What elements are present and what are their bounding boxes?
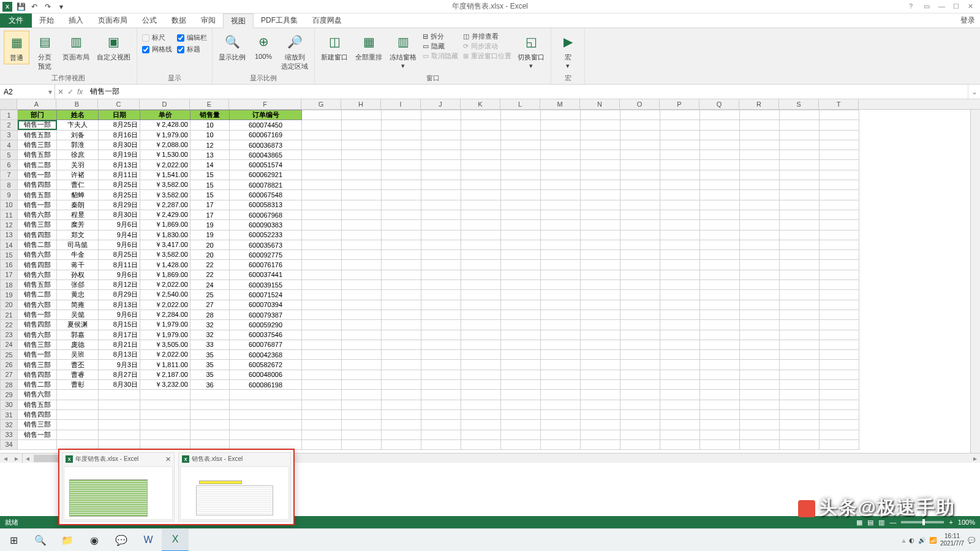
cell[interactable]: 600092775 [230,250,302,260]
col-header[interactable]: F [229,99,301,109]
sheet-nav-next-icon[interactable]: ▸ [11,454,22,463]
zoom-100-button[interactable]: ⊕100% [251,31,276,61]
unhide-button[interactable]: ▭ 取消隐藏 [423,51,458,61]
header-cell[interactable]: 日期 [99,110,140,120]
cell[interactable] [230,390,302,400]
formula-input[interactable]: 销售一部 [85,85,968,99]
cell[interactable]: 33 [190,340,230,349]
cell[interactable]: 郭淮 [57,140,99,150]
header-cell[interactable]: 单价 [140,110,190,120]
cell[interactable]: 简雍 [57,300,99,310]
enter-formula-icon[interactable]: ✓ [67,88,74,96]
cell[interactable]: 15 [190,180,230,190]
row-header[interactable]: 34 [1,439,18,449]
cell[interactable] [190,430,230,439]
row-header[interactable]: 21 [1,310,18,319]
col-header[interactable]: S [779,99,819,109]
cancel-formula-icon[interactable]: ✕ [58,88,64,96]
cell[interactable]: 600582672 [230,360,302,370]
cell[interactable]: 销售二部 [18,160,57,170]
cell[interactable] [99,409,140,419]
cell[interactable]: 夏侯渊 [57,320,99,330]
view-page-layout-button[interactable]: ▥页面布局 [60,31,92,63]
cell[interactable]: 24 [190,280,230,290]
cell[interactable] [140,409,190,419]
cell[interactable]: 程昱 [57,210,99,219]
cell[interactable]: 17 [190,210,230,219]
header-cell[interactable]: 销售量 [190,110,230,120]
cell[interactable]: 9月4日 [99,230,140,240]
cell[interactable]: 600037546 [230,330,302,340]
cell[interactable]: 刘备 [57,130,99,140]
ruler-checkbox[interactable]: 标尺 [142,33,172,42]
row-header[interactable]: 22 [1,320,18,330]
cell[interactable]: 销售六部 [18,390,57,400]
cell[interactable] [18,439,57,449]
cell[interactable]: 10 [190,120,230,130]
cell[interactable]: 9月6日 [99,310,140,319]
cell[interactable]: 销售五部 [18,400,57,409]
tray-icon[interactable]: ◐ [909,537,914,544]
cell[interactable]: 600076877 [230,340,302,349]
cell[interactable]: 销售四部 [18,230,57,240]
help-icon[interactable]: ? [909,2,918,11]
cell[interactable]: 销售五部 [18,150,57,160]
cell[interactable]: 15 [190,190,230,200]
row-header[interactable]: 30 [1,400,18,409]
cell[interactable]: 8月29日 [99,290,140,300]
row-header[interactable]: 14 [1,240,18,249]
cell[interactable]: 8月17日 [99,330,140,340]
cell[interactable]: ￥3,582.00 [140,250,190,260]
cell[interactable]: 曹仁 [57,180,99,190]
tab-数据[interactable]: 数据 [164,13,194,28]
zoom-in-icon[interactable]: + [949,519,952,526]
sync-scroll-button[interactable]: ⟳ 同步滚动 [463,42,511,51]
view-shortcut-normal-icon[interactable]: ▦ [856,519,862,526]
cell[interactable] [190,409,230,419]
cell[interactable]: ￥2,284.00 [140,310,190,319]
cell[interactable]: ￥2,022.00 [140,160,190,170]
cell[interactable]: ￥1,869.00 [140,270,190,279]
cell[interactable]: 销售三部 [18,340,57,349]
cell[interactable]: ￥1,811.00 [140,360,190,370]
cell[interactable]: 8月13日 [99,350,140,360]
cell[interactable]: 张郃 [57,280,99,290]
row-header[interactable]: 29 [1,390,18,400]
expand-formula-icon[interactable]: ⌄ [968,85,980,99]
row-header[interactable]: 9 [1,190,18,200]
notifications-icon[interactable]: 💬 [968,537,975,544]
cell[interactable]: 600067548 [230,190,302,200]
cell[interactable]: 19 [190,230,230,240]
col-header[interactable]: M [540,99,580,109]
cell[interactable]: 销售五部 [18,190,57,200]
cell[interactable]: ￥1,869.00 [140,220,190,230]
cell[interactable]: ￥2,022.00 [140,280,190,290]
fx-icon[interactable]: fx [77,88,83,96]
cell[interactable]: 600051574 [230,160,302,170]
cell[interactable]: 8月29日 [99,200,140,210]
cell[interactable] [57,390,99,400]
cell[interactable]: 600078821 [230,180,302,190]
cell[interactable]: 销售六部 [18,300,57,310]
cell[interactable]: 秦朗 [57,200,99,210]
cell[interactable]: 9月6日 [99,270,140,279]
switch-window-button[interactable]: ◱切换窗口▾ [515,31,547,71]
cell[interactable]: ￥1,979.00 [140,320,190,330]
cell[interactable]: 32 [190,330,230,340]
cell[interactable]: 36 [190,380,230,390]
col-header[interactable]: E [190,99,229,109]
split-button[interactable]: ⊟ 拆分 [423,32,458,41]
col-header[interactable]: P [660,99,699,109]
header-cell[interactable]: 姓名 [57,110,99,120]
zoom-selection-button[interactable]: 🔎缩放到 选定区域 [279,31,311,72]
cell[interactable]: 郭嘉 [57,330,99,340]
cell[interactable]: ￥1,979.00 [140,130,190,140]
cells-table[interactable]: 1部门姓名日期单价销售量订单编号2销售一部卞夫人8月25日￥2,428.0010… [0,110,859,450]
cell[interactable]: ￥3,417.00 [140,240,190,249]
cell[interactable]: 司马懿 [57,240,99,249]
cell[interactable]: 销售六部 [18,250,57,260]
row-header[interactable]: 33 [1,430,18,439]
cell[interactable]: 销售五部 [18,130,57,140]
close-icon[interactable]: ✕ [165,455,171,463]
cell[interactable] [57,409,99,419]
